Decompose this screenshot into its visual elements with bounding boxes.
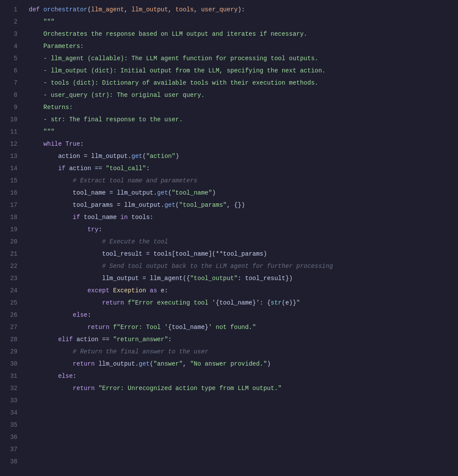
code-line-25: tool_result = tools[tool_name](**tool_pa… [29,248,451,260]
code-line-31: return f"Error: Tool '{tool_name}' not f… [29,321,451,333]
code-line-27: llm_output = llm_agent({"tool_output": t… [29,272,451,284]
code-line-35: return llm_output.get("answer", "No answ… [29,358,451,370]
code-line-23: try: [29,223,451,236]
code-line-12: - str: The final response to the user. [29,113,451,126]
code-line-6: - llm_agent (callable): The LLM agent fu… [29,52,451,65]
code-line-17: if action == "tool_call": [29,162,451,175]
code-line-18: # Extract tool name and parameters [29,175,451,187]
code-line-33: elif action == "return_answer": [29,333,451,346]
code-line-1: def orchestrator(llm_agent, llm_output, … [29,3,451,16]
code-line-22: if tool_name in tools: [29,211,451,223]
code-line-20: tool_params = llm_output.get("tool_param… [29,199,451,211]
code-line-38: return "Error: Unrecognized action type … [29,382,451,394]
code-line-14: while True: [29,138,451,150]
code-lines: def orchestrator(llm_agent, llm_output, … [22,3,458,468]
code-line-7: - llm_output (dict): Initial output from… [29,65,451,77]
code-line-24: # Execute the tool [29,236,451,248]
code-line-28: except Exception as e: [29,284,451,297]
code-editor: 1 2 3 4 5 6 7 8 9 10 11 12 13 14 15 16 1… [0,0,458,471]
code-line-2: """ [29,16,451,28]
code-line-8: - tools (dict): Dictionary of available … [29,77,451,89]
code-line-13: """ [29,126,451,138]
code-line-9: - user_query (str): The original user qu… [29,89,451,101]
line-numbers: 1 2 3 4 5 6 7 8 9 10 11 12 13 14 15 16 1… [0,3,22,468]
code-line-29: return f"Error executing tool '{tool_nam… [29,297,451,309]
code-line-15: action = llm_output.get("action") [29,150,451,162]
code-line-30: else: [29,309,451,321]
code-line-5: Parameters: [29,40,451,52]
code-line-19: tool_name = llm_output.get("tool_name") [29,187,451,199]
code-line-11: Returns: [29,101,451,113]
code-line-3: Orchestrates the response based on LLM o… [29,28,451,40]
code-line-34: # Return the final answer to the user [29,346,451,358]
code-line-26: # Send tool output back to the LLM agent… [29,260,451,272]
code-line-37: else: [29,370,451,382]
